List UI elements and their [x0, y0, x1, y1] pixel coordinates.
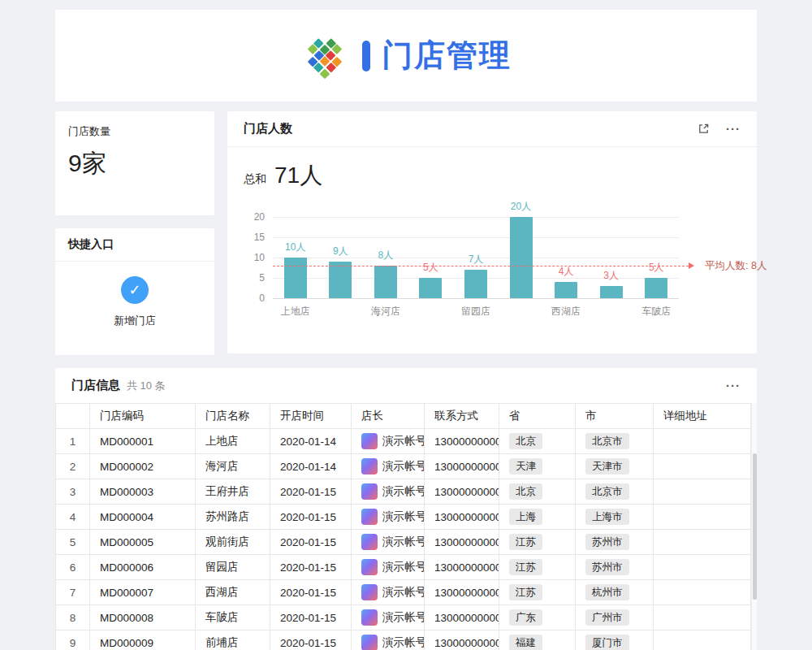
- address-cell: [654, 454, 751, 479]
- address-cell: [654, 479, 751, 505]
- city-cell: 广州市: [576, 605, 654, 630]
- province-tag: 江苏: [509, 559, 542, 575]
- gridline: [273, 237, 679, 238]
- row-index-cell: 3: [56, 479, 90, 505]
- store-name-cell: 前埔店: [196, 630, 270, 650]
- open-date-cell: 2020-01-15: [270, 580, 352, 605]
- manager-avatar-icon: [361, 635, 378, 650]
- province-tag: 江苏: [509, 584, 542, 600]
- more-menu-icon[interactable]: ···: [726, 123, 741, 135]
- table-row: 5MD000005观前街店2020-01-15演示帐号13000000000江苏…: [56, 530, 751, 555]
- expand-icon[interactable]: [698, 123, 710, 135]
- table-wrap: 门店编码门店名称开店时间店长联系方式省市详细地址1MD000001上地店2020…: [55, 403, 757, 650]
- add-store-button[interactable]: ✓ 新增门店: [55, 262, 214, 328]
- sum-label: 总和: [244, 172, 266, 187]
- city-tag: 北京市: [585, 483, 629, 500]
- store-code-cell: MD000007: [90, 580, 196, 605]
- table-row: 2MD000002海河店2020-01-14演示帐号13000000000天津天…: [56, 454, 751, 479]
- manager-name: 演示帐号: [382, 434, 425, 448]
- manager-cell: 演示帐号: [352, 605, 425, 630]
- check-circle-icon[interactable]: ✓: [121, 276, 149, 304]
- address-cell: [654, 555, 751, 580]
- column-header: 详细地址: [654, 404, 751, 429]
- manager-avatar-icon: [361, 534, 378, 550]
- store-name-cell: 观前街店: [196, 530, 270, 555]
- y-axis-label: 15: [254, 232, 265, 243]
- title-accent-bar: [362, 41, 370, 72]
- province-cell: 北京: [499, 479, 576, 505]
- store-code-cell: MD000004: [90, 505, 196, 530]
- province-tag: 上海: [509, 509, 542, 525]
- city-tag: 广州市: [585, 609, 629, 626]
- row-index-cell: 7: [56, 580, 90, 605]
- page-title: 门店管理: [382, 35, 512, 76]
- manager-cell: 演示帐号: [352, 429, 425, 454]
- store-name-cell: 海河店: [196, 454, 270, 479]
- vertical-scrollbar[interactable]: [751, 403, 757, 650]
- bar: [374, 266, 397, 298]
- bar: [510, 217, 533, 298]
- manager-cell: 演示帐号: [352, 530, 425, 555]
- column-header: 开店时间: [270, 404, 352, 429]
- y-axis-label: 0: [259, 292, 265, 304]
- store-table: 门店编码门店名称开店时间店长联系方式省市详细地址1MD000001上地店2020…: [55, 403, 751, 650]
- sum-value: 71人: [274, 160, 322, 191]
- table-row: 7MD000007西湖店2020-01-15演示帐号13000000000江苏杭…: [56, 580, 751, 605]
- chart-card-title: 门店人数: [244, 121, 292, 136]
- table-row: 1MD000001上地店2020-01-14演示帐号13000000000北京北…: [56, 429, 751, 454]
- x-axis-label: 上地店: [281, 305, 310, 318]
- manager-name: 演示帐号: [382, 535, 425, 549]
- open-date-cell: 2020-01-15: [270, 630, 352, 650]
- column-header: 联系方式: [425, 404, 499, 429]
- city-tag: 天津市: [585, 458, 629, 474]
- phone-cell: 13000000000: [425, 454, 499, 479]
- bar-value-label: 3人: [603, 269, 619, 283]
- row-index-cell: 8: [56, 605, 90, 630]
- table-card-header: 门店信息 共 10 条 ···: [55, 368, 757, 403]
- manager-cell: 演示帐号: [352, 454, 425, 479]
- manager-cell: 演示帐号: [352, 505, 425, 530]
- store-code-cell: MD000003: [90, 479, 196, 505]
- city-tag: 北京市: [585, 433, 629, 449]
- row-index-cell: 5: [56, 530, 90, 555]
- column-header: 省: [499, 404, 576, 429]
- province-cell: 天津: [499, 454, 576, 479]
- row-index-cell: 4: [56, 505, 90, 530]
- store-code-cell: MD000001: [90, 429, 196, 454]
- manager-cell: 演示帐号: [352, 580, 425, 605]
- gridline: [273, 217, 679, 218]
- manager-chip: 演示帐号: [361, 534, 414, 550]
- manager-avatar-icon: [361, 483, 378, 500]
- column-header: 门店名称: [196, 404, 270, 429]
- quick-entry-title: 快捷入口: [55, 228, 214, 262]
- bar-value-label: 4人: [559, 265, 574, 279]
- open-date-cell: 2020-01-14: [270, 454, 352, 479]
- x-axis-label: 车陂店: [641, 305, 671, 318]
- bar-value-label: 10人: [285, 240, 305, 254]
- city-cell: 北京市: [576, 479, 654, 505]
- table-row: 6MD000006留园店2020-01-15演示帐号13000000000江苏苏…: [56, 555, 751, 580]
- store-name-cell: 西湖店: [196, 580, 270, 605]
- manager-name: 演示帐号: [382, 484, 425, 499]
- province-cell: 广东: [499, 605, 576, 630]
- province-cell: 北京: [499, 429, 576, 454]
- province-tag: 北京: [509, 433, 542, 449]
- manager-chip: 演示帐号: [361, 458, 414, 474]
- store-name-cell: 王府井店: [196, 479, 270, 505]
- more-menu-icon[interactable]: ···: [726, 379, 741, 392]
- store-name-cell: 留园店: [196, 555, 270, 580]
- gridline: [273, 298, 679, 299]
- bar: [329, 262, 352, 298]
- store-code-cell: MD000009: [90, 630, 196, 650]
- phone-cell: 13000000000: [425, 580, 499, 605]
- address-cell: [654, 530, 751, 555]
- manager-avatar-icon: [361, 584, 378, 600]
- province-cell: 福建: [499, 630, 576, 650]
- scrollbar-thumb[interactable]: [753, 453, 757, 600]
- manager-cell: 演示帐号: [352, 555, 425, 580]
- bar-value-label: 20人: [511, 200, 531, 214]
- logo-mosaic-icon: [300, 32, 348, 80]
- row-index-cell: 1: [56, 429, 90, 454]
- check-glyph: ✓: [128, 281, 140, 299]
- store-count-card: 门店数量 9家: [55, 111, 214, 215]
